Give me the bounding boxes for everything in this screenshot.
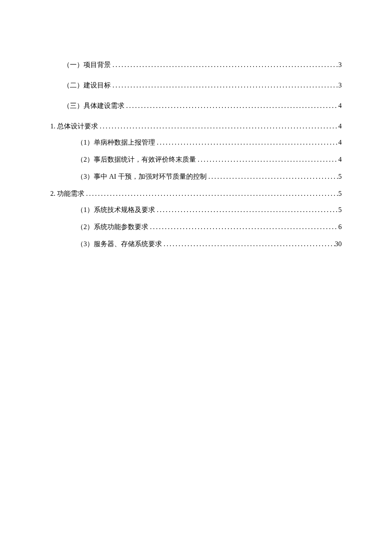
- toc-page-number: 5: [338, 171, 342, 182]
- toc-leader-dots: [124, 101, 338, 111]
- toc-leader-dots: [162, 239, 335, 249]
- toc-label: （三）具体建设需求: [50, 101, 124, 111]
- toc-leader-dots: [148, 222, 338, 232]
- toc-label: （3）事中 AI 干预，加强对环节质量的控制: [50, 171, 207, 182]
- toc-leader-dots: [111, 80, 338, 90]
- toc-page-number: 30: [335, 239, 342, 249]
- toc-entry: （2）系统功能参数要求 6: [50, 222, 342, 232]
- toc-label: （2）事后数据统计，有效评价终末质量: [50, 154, 196, 165]
- toc-entry: （一）项目背景 3: [50, 60, 342, 70]
- toc-entry: （三）具体建设需求 4: [50, 101, 342, 111]
- toc-page-number: 3: [338, 60, 342, 70]
- table-of-contents: （一）项目背景 3 （二）建设目标 3 （三）具体建设需求 4 1. 总体设计要…: [50, 60, 342, 249]
- toc-label: 2. 功能需求: [50, 189, 84, 199]
- toc-entry: 2. 功能需求 5: [50, 189, 342, 199]
- toc-entry: （2）事后数据统计，有效评价终末质量 4: [50, 154, 342, 165]
- toc-leader-dots: [155, 137, 338, 148]
- toc-leader-dots: [111, 60, 338, 70]
- toc-label: （1）系统技术规格及要求: [50, 205, 155, 215]
- toc-leader-dots: [207, 171, 338, 182]
- toc-page-number: 4: [338, 121, 342, 131]
- toc-leader-dots: [84, 189, 338, 199]
- toc-entry: （3）事中 AI 干预，加强对环节质量的控制 5: [50, 171, 342, 182]
- toc-entry: 1. 总体设计要求 4: [50, 121, 342, 131]
- toc-page-number: 3: [338, 80, 342, 90]
- toc-page-number: 4: [338, 101, 342, 111]
- toc-entry: （3）服务器、存储系统要求 30: [50, 239, 342, 249]
- toc-page-number: 4: [338, 137, 342, 148]
- toc-leader-dots: [98, 121, 338, 131]
- toc-leader-dots: [196, 154, 338, 165]
- toc-page-number: 5: [338, 205, 342, 215]
- toc-label: （二）建设目标: [50, 80, 111, 90]
- toc-label: （一）项目背景: [50, 60, 111, 70]
- toc-leader-dots: [155, 205, 338, 215]
- toc-label: （1）单病种数据上报管理: [50, 137, 155, 148]
- toc-label: （3）服务器、存储系统要求: [50, 239, 162, 249]
- toc-label: （2）系统功能参数要求: [50, 222, 148, 232]
- toc-page-number: 6: [338, 222, 342, 232]
- toc-entry: （1）单病种数据上报管理 4: [50, 137, 342, 148]
- toc-label: 1. 总体设计要求: [50, 121, 98, 131]
- toc-page-number: 4: [338, 154, 342, 165]
- toc-entry: （二）建设目标 3: [50, 80, 342, 90]
- toc-entry: （1）系统技术规格及要求 5: [50, 205, 342, 215]
- toc-page-number: 5: [338, 189, 342, 199]
